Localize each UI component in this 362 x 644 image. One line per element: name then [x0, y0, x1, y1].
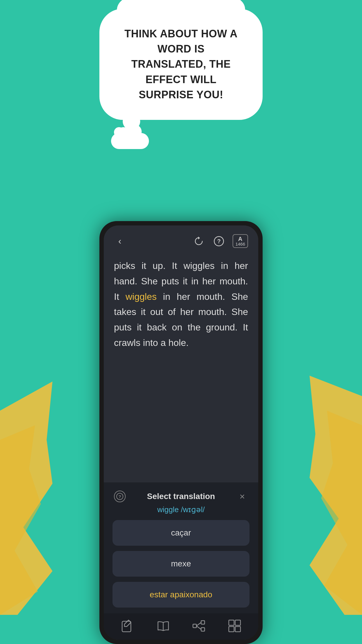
highlighted-word[interactable]: wiggles	[126, 291, 157, 302]
svg-rect-16	[229, 620, 234, 625]
phone-screen: ‹ ? A	[104, 225, 258, 640]
phone-outer: ‹ ? A	[99, 221, 263, 644]
translation-option-3[interactable]: estar apaixonado	[113, 582, 249, 608]
svg-text:?: ?	[217, 238, 221, 244]
panel-title: Select translation	[147, 492, 215, 501]
translation-option-2[interactable]: mexe	[113, 551, 249, 577]
header-icons: ? A 1466	[192, 234, 248, 248]
option-3-text: estar apaixonado	[150, 590, 212, 599]
vocab-letter: A	[238, 236, 242, 242]
translation-option-1[interactable]: caçar	[113, 520, 249, 546]
reading-area: picks it up. It wiggles in her hand. She…	[104, 252, 258, 482]
nav-item-read[interactable]	[156, 619, 171, 633]
connect-icon	[191, 619, 206, 633]
bottom-nav	[104, 613, 258, 640]
vocab-badge[interactable]: A 1466	[233, 234, 248, 248]
svg-text:?: ?	[118, 494, 121, 499]
write-icon	[120, 619, 135, 633]
nav-item-grid[interactable]	[227, 619, 242, 633]
panel-header: ? Select translation ×	[104, 482, 258, 505]
option-2-text: mexe	[171, 559, 191, 568]
bg-yellow-right	[310, 352, 362, 615]
help-button[interactable]: ?	[212, 235, 225, 248]
svg-rect-17	[235, 620, 240, 625]
vocab-count: 1466	[236, 242, 245, 246]
small-cloud	[111, 133, 149, 149]
panel-word: wiggle /wɪɡəl/	[104, 505, 258, 520]
svg-rect-18	[229, 626, 234, 632]
svg-line-15	[196, 626, 201, 629]
translation-panel: ? Select translation × wiggle /wɪɡəl/ ca…	[104, 482, 258, 613]
cloud-text: THINK ABOUT HOW A WORD IS TRANSLATED, TH…	[120, 26, 242, 102]
panel-help-icon[interactable]: ?	[114, 491, 126, 502]
svg-rect-13	[201, 628, 205, 631]
back-button[interactable]: ‹	[114, 235, 126, 247]
nav-item-write[interactable]	[120, 619, 135, 633]
refresh-button[interactable]	[192, 235, 205, 248]
grid-icon	[227, 619, 242, 633]
reading-text: picks it up. It wiggles in her hand. She…	[114, 258, 248, 351]
svg-line-14	[196, 622, 201, 626]
app-header: ‹ ? A	[104, 225, 258, 252]
thought-cloud: THINK ABOUT HOW A WORD IS TRANSLATED, TH…	[99, 9, 263, 120]
bg-yellow-left	[0, 352, 52, 615]
svg-rect-12	[201, 621, 205, 624]
nav-item-connect[interactable]	[191, 619, 206, 633]
svg-rect-19	[235, 626, 240, 632]
read-icon	[156, 619, 171, 633]
option-1-text: caçar	[171, 528, 191, 537]
phone-wrapper: ‹ ? A	[99, 221, 263, 644]
cloud-area: THINK ABOUT HOW A WORD IS TRANSLATED, TH…	[0, 9, 362, 126]
svg-rect-11	[193, 624, 196, 628]
translation-options: caçar mexe estar apaixonado	[104, 520, 258, 613]
panel-close-button[interactable]: ×	[236, 491, 248, 502]
svg-marker-4	[198, 237, 200, 239]
